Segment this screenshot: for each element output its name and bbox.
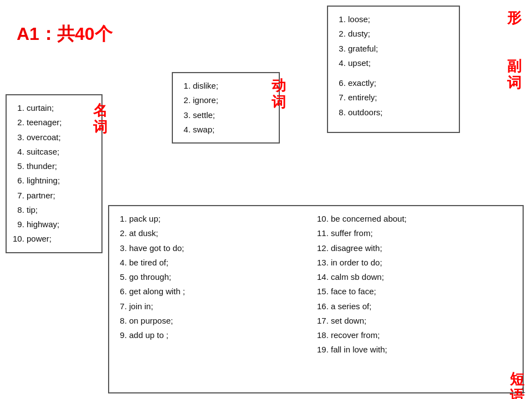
- list-item: outdoors;: [348, 105, 451, 120]
- list-item: at dusk;: [129, 226, 313, 241]
- title-prefix: A1：共: [17, 24, 75, 44]
- list-item: suitcase;: [27, 145, 94, 159]
- list-item: disagree with;: [331, 241, 515, 255]
- list-item: go through;: [129, 270, 313, 284]
- list-item: recover from;: [331, 328, 515, 342]
- list-item: thunder;: [27, 159, 94, 173]
- list-item: on purpose;: [129, 314, 313, 328]
- list-item: suffer from;: [331, 226, 515, 241]
- list-item: be concerned about;: [331, 212, 515, 226]
- list-item: add up to ;: [129, 328, 313, 342]
- noun-box: curtain;teenager;overcoat;suitcase;thund…: [6, 94, 103, 253]
- list-item: grateful;: [348, 42, 451, 56]
- list-item: dusty;: [348, 27, 451, 41]
- list-item: face to face;: [331, 284, 515, 299]
- list-item: in order to do;: [331, 255, 515, 270]
- list-item: lightning;: [27, 173, 94, 188]
- adj-label: 形: [507, 10, 521, 27]
- list-item: settle;: [193, 108, 271, 122]
- list-item: swap;: [193, 122, 271, 137]
- list-item: entirely;: [348, 90, 451, 105]
- list-item: teenager;: [27, 115, 94, 130]
- noun-list: curtain;teenager;overcoat;suitcase;thund…: [14, 101, 94, 247]
- sub-label: 副 词: [507, 58, 521, 91]
- phrase-list-2: be concerned about;suffer from;disagree …: [319, 212, 515, 357]
- adj-box: loose;dusty;grateful;upset;exactly;entir…: [327, 6, 460, 133]
- adj-list: loose;dusty;grateful;upset;exactly;entir…: [336, 12, 451, 120]
- noun-label: 名 词: [93, 103, 108, 136]
- list-item: ignore;: [193, 93, 271, 108]
- list-item: loose;: [348, 12, 451, 27]
- list-item: exactly;: [348, 76, 451, 90]
- list-item: curtain;: [27, 101, 94, 115]
- list-item: set down;: [331, 314, 515, 328]
- verb-box: dislike;ignore;settle;swap;: [172, 72, 280, 144]
- list-item: join in;: [129, 299, 313, 314]
- list-item: have got to do;: [129, 241, 313, 255]
- phrase-label: 短 语: [510, 371, 524, 399]
- list-item: partner;: [27, 188, 94, 203]
- page-title: A1：共40个: [17, 22, 112, 47]
- list-item: pack up;: [129, 212, 313, 226]
- list-item: tip;: [27, 203, 94, 217]
- list-item: get along with ;: [129, 284, 313, 299]
- phrase-box: pack up;at dusk;have got to do;be tired …: [108, 205, 524, 393]
- list-item: fall in love with;: [331, 342, 515, 357]
- list-item: calm sb down;: [331, 270, 515, 284]
- phrase-col-1: pack up;at dusk;have got to do;be tired …: [117, 212, 313, 387]
- list-item: upset;: [348, 56, 451, 70]
- list-item: a series of;: [331, 299, 515, 314]
- list-item: overcoat;: [27, 130, 94, 145]
- title-highlight: 40个: [75, 24, 112, 44]
- list-item: power;: [27, 232, 94, 246]
- list-item: highway;: [27, 217, 94, 232]
- list-item: dislike;: [193, 79, 271, 93]
- page-number: 1: [521, 386, 525, 395]
- list-item: be tired of;: [129, 255, 313, 270]
- phrase-col-2: be concerned about;suffer from;disagree …: [319, 212, 515, 387]
- verb-list: dislike;ignore;settle;swap;: [181, 79, 271, 137]
- verb-label: 动 词: [272, 78, 286, 111]
- phrase-list-1: pack up;at dusk;have got to do;be tired …: [117, 212, 313, 342]
